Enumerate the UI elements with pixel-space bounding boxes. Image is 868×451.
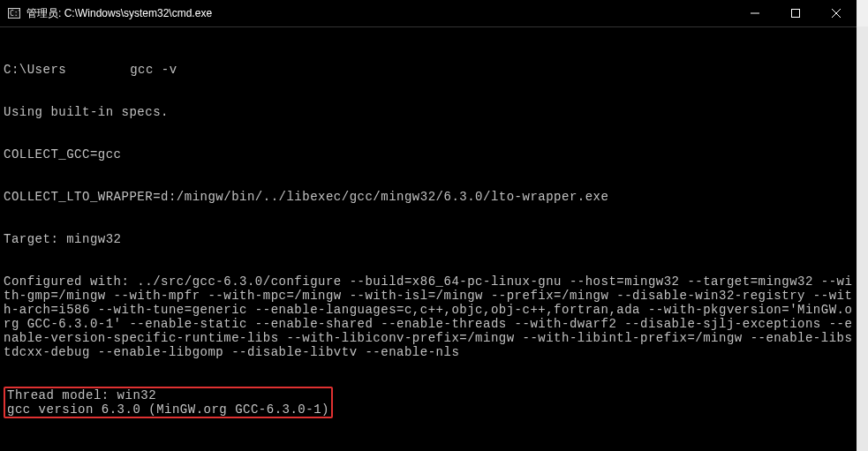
close-button[interactable]: [816, 0, 857, 26]
minimize-icon: [751, 9, 759, 18]
titlebar[interactable]: C:\ 管理员: C:\Windows\system32\cmd.exe: [0, 0, 857, 27]
terminal-output[interactable]: C:\Usersgcc -v Using built-in specs. COL…: [0, 27, 857, 451]
svg-text:C:\: C:\: [10, 10, 20, 18]
scrollbar-track[interactable]: [857, 26, 868, 451]
output-line: COLLECT_GCC=gcc: [4, 147, 853, 162]
cmd-icon: C:\: [7, 6, 21, 20]
output-line: C:\Usersgcc -v: [4, 63, 853, 77]
cmd-window: C:\ 管理员: C:\Windows\system32\cmd.exe C:\…: [0, 0, 857, 450]
right-gutter: [857, 0, 868, 451]
output-line: Target: mingw32: [4, 232, 853, 246]
maximize-button[interactable]: [775, 0, 816, 26]
gcc-version-text: gcc version 6.3.0 (MinGW.org GCC-6.3.0-1…: [7, 402, 329, 417]
maximize-icon: [791, 9, 800, 18]
output-line: [4, 447, 853, 451]
highlight-annotation: Thread model: win32gcc version 6.3.0 (Mi…: [4, 387, 333, 418]
output-line: Configured with: ../src/gcc-6.3.0/config…: [4, 274, 853, 359]
thread-model-text: Thread model: win32: [7, 388, 156, 402]
command-text: gcc -v: [130, 63, 177, 77]
output-line: Thread model: win32gcc version 6.3.0 (Mi…: [4, 387, 853, 418]
prompt-path: C:\Users: [4, 63, 66, 77]
output-line: COLLECT_LTO_WRAPPER=d:/mingw/bin/../libe…: [4, 190, 853, 204]
output-line: Using built-in specs.: [4, 105, 853, 119]
minimize-button[interactable]: [735, 0, 775, 26]
svg-rect-3: [792, 10, 800, 18]
redacted-username: [66, 64, 130, 77]
window-title: 管理员: C:\Windows\system32\cmd.exe: [26, 6, 212, 21]
close-icon: [832, 9, 841, 18]
